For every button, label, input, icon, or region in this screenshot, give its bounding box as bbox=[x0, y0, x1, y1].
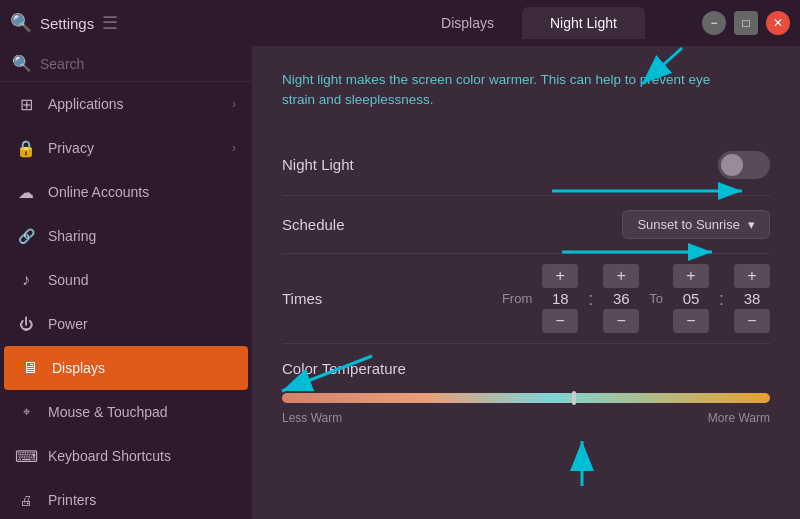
close-button[interactable]: ✕ bbox=[766, 11, 790, 35]
sidebar-item-label: Keyboard Shortcuts bbox=[48, 448, 171, 464]
maximize-button[interactable]: □ bbox=[734, 11, 758, 35]
from-hour-decrement[interactable]: − bbox=[542, 309, 578, 333]
sidebar-item-applications[interactable]: ⊞ Applications › bbox=[0, 82, 252, 126]
more-warm-label: More Warm bbox=[708, 411, 770, 425]
from-minute-increment[interactable]: + bbox=[603, 264, 639, 288]
sidebar-item-label: Power bbox=[48, 316, 88, 332]
temp-labels: Less Warm More Warm bbox=[282, 411, 770, 425]
mouse-icon: ⌖ bbox=[16, 402, 36, 422]
times-label: Times bbox=[282, 290, 362, 307]
night-light-control[interactable] bbox=[718, 151, 770, 179]
printers-icon: 🖨 bbox=[16, 490, 36, 510]
sidebar-item-label: Printers bbox=[48, 492, 96, 508]
online-accounts-icon: ☁ bbox=[16, 182, 36, 202]
search-sidebar-icon: 🔍 bbox=[12, 54, 32, 73]
search-icon[interactable]: 🔍 bbox=[10, 12, 32, 34]
to-minute-increment[interactable]: + bbox=[734, 264, 770, 288]
titlebar-controls: − □ ✕ bbox=[702, 11, 790, 35]
sidebar-item-label: Mouse & Touchpad bbox=[48, 404, 168, 420]
sidebar-item-label: Sharing bbox=[48, 228, 96, 244]
from-label: From bbox=[502, 291, 532, 306]
night-light-label: Night Light bbox=[282, 156, 718, 173]
tab-night-light[interactable]: Night Light bbox=[522, 7, 645, 39]
titlebar-tabs: Displays Night Light bbox=[356, 7, 702, 39]
sidebar-item-label: Online Accounts bbox=[48, 184, 149, 200]
schedule-control[interactable]: Sunset to Sunrise ▾ bbox=[622, 210, 770, 239]
to-hour-value: 05 bbox=[673, 290, 709, 307]
from-hour-value: 18 bbox=[542, 290, 578, 307]
to-hour-increment[interactable]: + bbox=[673, 264, 709, 288]
power-icon: ⏻ bbox=[16, 314, 36, 334]
night-light-toggle[interactable] bbox=[718, 151, 770, 179]
sharing-icon: 🔗 bbox=[16, 226, 36, 246]
hamburger-icon[interactable]: ☰ bbox=[102, 12, 118, 34]
applications-icon: ⊞ bbox=[16, 94, 36, 114]
titlebar-title: Settings bbox=[40, 15, 94, 32]
night-light-description: Night light makes the screen color warme… bbox=[282, 70, 722, 111]
to-hour-spinner: + 05 − bbox=[673, 264, 709, 333]
titlebar: 🔍 Settings ☰ Displays Night Light − □ ✕ bbox=[0, 0, 800, 46]
chevron-down-icon: ▾ bbox=[748, 217, 755, 232]
sidebar-item-sound[interactable]: ♪ Sound bbox=[0, 258, 252, 302]
schedule-dropdown[interactable]: Sunset to Sunrise ▾ bbox=[622, 210, 770, 239]
sidebar-item-online-accounts[interactable]: ☁ Online Accounts bbox=[0, 170, 252, 214]
color-temperature-slider[interactable] bbox=[282, 393, 770, 403]
sidebar-item-mouse-touchpad[interactable]: ⌖ Mouse & Touchpad bbox=[0, 390, 252, 434]
sidebar-item-label: Displays bbox=[52, 360, 105, 376]
chevron-right-icon: › bbox=[232, 141, 236, 155]
colon-separator-1: : bbox=[588, 289, 593, 310]
sidebar-item-power[interactable]: ⏻ Power bbox=[0, 302, 252, 346]
content-area: Night light makes the screen color warme… bbox=[252, 46, 800, 519]
toggle-knob bbox=[721, 154, 743, 176]
less-warm-label: Less Warm bbox=[282, 411, 342, 425]
color-temperature-row: Color Temperature Less Warm More Warm bbox=[282, 344, 770, 433]
times-controls: From + 18 − : + 36 − To + 05 bbox=[362, 264, 770, 333]
displays-icon: 🖥 bbox=[20, 358, 40, 378]
night-light-row: Night Light bbox=[282, 135, 770, 196]
sidebar-item-sharing[interactable]: 🔗 Sharing bbox=[0, 214, 252, 258]
schedule-label: Schedule bbox=[282, 216, 622, 233]
to-minute-spinner: + 38 − bbox=[734, 264, 770, 333]
arrow-to-schedule bbox=[562, 238, 722, 266]
sound-icon: ♪ bbox=[16, 270, 36, 290]
from-minute-spinner: + 36 − bbox=[603, 264, 639, 333]
minimize-button[interactable]: − bbox=[702, 11, 726, 35]
chevron-right-icon: › bbox=[232, 97, 236, 111]
settings-search[interactable]: 🔍 bbox=[0, 46, 252, 82]
sidebar-item-label: Privacy bbox=[48, 140, 94, 156]
sidebar-item-keyboard-shortcuts[interactable]: ⌨ Keyboard Shortcuts bbox=[0, 434, 252, 478]
sidebar-item-label: Sound bbox=[48, 272, 88, 288]
to-minute-value: 38 bbox=[734, 290, 770, 307]
color-temperature-slider-container bbox=[282, 389, 770, 407]
schedule-value: Sunset to Sunrise bbox=[637, 217, 740, 232]
from-hour-increment[interactable]: + bbox=[542, 264, 578, 288]
search-input[interactable] bbox=[40, 56, 240, 72]
from-minute-value: 36 bbox=[603, 290, 639, 307]
sidebar: 🔍 ⊞ Applications › 🔒 Privacy › ☁ Online … bbox=[0, 46, 252, 519]
color-temperature-label: Color Temperature bbox=[282, 360, 770, 377]
sidebar-item-label: Applications bbox=[48, 96, 124, 112]
main-layout: 🔍 ⊞ Applications › 🔒 Privacy › ☁ Online … bbox=[0, 46, 800, 519]
to-label: To bbox=[649, 291, 663, 306]
from-minute-decrement[interactable]: − bbox=[603, 309, 639, 333]
sidebar-item-displays[interactable]: 🖥 Displays bbox=[4, 346, 248, 390]
to-hour-decrement[interactable]: − bbox=[673, 309, 709, 333]
to-minute-decrement[interactable]: − bbox=[734, 309, 770, 333]
privacy-icon: 🔒 bbox=[16, 138, 36, 158]
titlebar-left: 🔍 Settings ☰ bbox=[10, 12, 356, 34]
sidebar-item-privacy[interactable]: 🔒 Privacy › bbox=[0, 126, 252, 170]
colon-separator-2: : bbox=[719, 289, 724, 310]
times-row: Times From + 18 − : + 36 − To bbox=[282, 254, 770, 344]
keyboard-icon: ⌨ bbox=[16, 446, 36, 466]
sidebar-item-printers[interactable]: 🖨 Printers bbox=[0, 478, 252, 519]
from-hour-spinner: + 18 − bbox=[542, 264, 578, 333]
tab-displays[interactable]: Displays bbox=[413, 7, 522, 39]
arrow-to-toggle bbox=[552, 176, 752, 206]
